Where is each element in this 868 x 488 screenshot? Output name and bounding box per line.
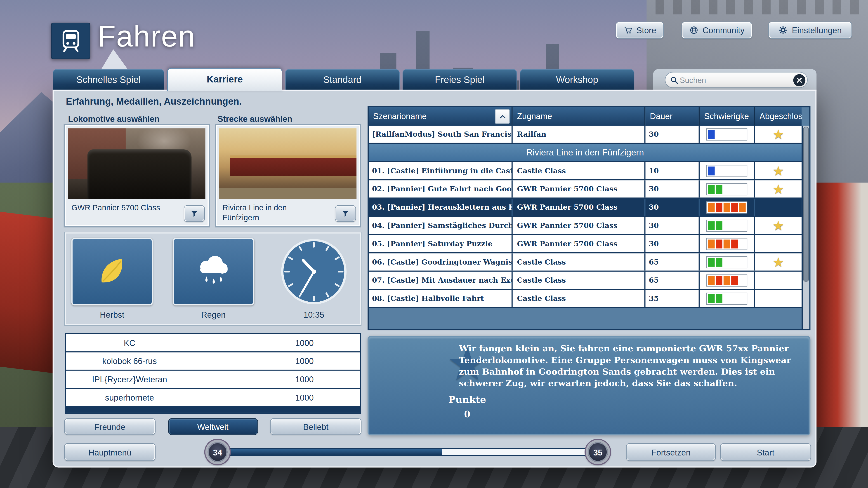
tab-bar: Schnelles SpielKarriereStandardFreies Sp…	[53, 68, 653, 91]
train-icon	[58, 28, 84, 54]
difficulty-meter	[707, 129, 747, 140]
difficulty-segment	[723, 276, 730, 285]
tab-schnelles-spiel[interactable]: Schnelles Spiel	[53, 69, 164, 91]
train-name-cell: Castle Class	[513, 271, 646, 289]
difficulty-segment	[731, 203, 738, 212]
page-title: Fahren	[97, 19, 195, 53]
column-header-label: Szenarioname	[373, 111, 427, 121]
scenario-name-cell: 03. [Pannier] Herausklettern aus Kingswe…	[369, 199, 513, 216]
duration-cell: 65	[646, 254, 700, 271]
train-name-cell: Castle Class	[513, 290, 646, 307]
scenario-row[interactable]: 08. [Castle] Halbvolle FahrtCastle Class…	[369, 290, 802, 308]
duration-cell: 10	[646, 162, 700, 180]
difficulty-segment	[708, 130, 715, 138]
scenario-name-cell: [RailfanModus] South San Francisco	[369, 126, 513, 143]
difficulty-cell	[700, 271, 755, 289]
start-button[interactable]: Start	[721, 444, 811, 460]
settings-button[interactable]: Einstellungen	[769, 22, 851, 38]
scenario-table-body: [RailfanModus] South San FranciscoRailfa…	[369, 126, 802, 329]
route-picker[interactable]: Riviera Line in den Fünfzigern	[216, 125, 360, 226]
autumn-leaf-icon	[95, 255, 129, 289]
scenario-name-cell: 05. [Pannier] Saturday Puzzle	[369, 235, 513, 252]
scenario-name-cell: 01. [Castle] Einführung in die Castle	[369, 162, 513, 180]
leaderboard-row[interactable]: superhornete1000	[66, 389, 360, 408]
route-section-header: Riviera Line in den Fünfzigern	[369, 144, 802, 162]
column-header-completed[interactable]: Abgeschlos	[755, 107, 802, 126]
scenario-row[interactable]: 02. [Pannier] Gute Fahrt nach Goodringto…	[369, 180, 802, 199]
completed-star-icon: ★	[773, 256, 783, 267]
chevron-up-icon	[498, 112, 506, 120]
leaderboard-player-name: IPL{Rycerz}Weteran	[66, 371, 193, 388]
filter-funnel-icon	[341, 209, 350, 218]
season-tile[interactable]	[71, 238, 153, 305]
difficulty-segment	[723, 258, 730, 266]
community-button[interactable]: Community	[682, 22, 752, 38]
leaderboard-score: 1000	[271, 334, 338, 351]
difficulty-meter	[707, 165, 747, 176]
loco-picker[interactable]: GWR Pannier 5700 Class	[65, 125, 209, 226]
scenario-row[interactable]: 01. [Castle] Einführung in die CastleCas…	[369, 162, 802, 181]
difficulty-segment	[723, 166, 730, 175]
weather-tile[interactable]	[173, 238, 254, 305]
column-header-train-name[interactable]: Zugname	[513, 107, 646, 126]
route-filter-button[interactable]	[336, 206, 355, 221]
difficulty-segment	[708, 166, 715, 175]
search-input[interactable]	[679, 75, 793, 85]
weltweit-button[interactable]: Weltweit	[168, 419, 257, 434]
search-area	[653, 69, 816, 91]
search-icon	[670, 75, 679, 84]
difficulty-segment	[716, 239, 722, 248]
difficulty-segment	[708, 203, 715, 212]
difficulty-segment	[708, 294, 715, 303]
store-button[interactable]: Store	[616, 22, 663, 38]
tab-standard[interactable]: Standard	[285, 69, 400, 91]
scenario-row[interactable]: 03. [Pannier] Herausklettern aus Kingswe…	[369, 199, 802, 217]
leaderboard-row[interactable]: KC1000	[66, 334, 360, 352]
leaderboard-row[interactable]: kolobok 66-rus1000	[66, 352, 360, 371]
difficulty-segment	[731, 276, 738, 285]
column-header-difficulty[interactable]: Schwierigke	[700, 107, 755, 126]
app-logo	[51, 23, 90, 59]
column-header-scenario-name[interactable]: Szenarioname	[369, 107, 513, 126]
difficulty-meter	[707, 275, 747, 286]
beliebt-button[interactable]: Beliebt	[271, 419, 361, 434]
continue-button[interactable]: Fortsetzen	[627, 444, 715, 460]
scenario-row[interactable]: 07. [Castle] Mit Ausdauer nach ExeterCas…	[369, 271, 802, 290]
difficulty-segment	[739, 185, 745, 193]
scenario-row[interactable]: 05. [Pannier] Saturday PuzzleGWR Pannier…	[369, 235, 802, 254]
globe-icon	[689, 26, 699, 35]
scenario-detail-panel: ★ Punkte 0 Wir fangen klein an, Sie fahr…	[368, 336, 810, 435]
table-scrollbar-track[interactable]	[802, 126, 809, 329]
scenario-name-cell: 06. [Castle] Goodringtoner Wagnis	[369, 254, 513, 271]
difficulty-segment	[739, 130, 745, 138]
sort-ascending-button[interactable]	[495, 109, 510, 124]
scenario-row[interactable]: [RailfanModus] South San FranciscoRailfa…	[369, 126, 802, 144]
freunde-button[interactable]: Freunde	[65, 419, 155, 434]
column-header-duration[interactable]: Dauer	[646, 107, 700, 126]
difficulty-segment	[723, 203, 730, 212]
difficulty-segment	[716, 185, 722, 193]
tab-freies-spiel[interactable]: Freies Spiel	[402, 69, 517, 91]
tab-workshop[interactable]: Workshop	[520, 69, 634, 91]
scenario-row[interactable]: 04. [Pannier] Samstägliches Durcheinande…	[369, 217, 802, 235]
scenario-name-cell: 04. [Pannier] Samstägliches Durcheinande…	[369, 217, 513, 234]
difficulty-cell	[700, 290, 755, 307]
table-scrollbar-thumb[interactable]	[803, 127, 809, 282]
difficulty-segment	[708, 221, 715, 230]
leaderboard-row[interactable]: IPL{Rycerz}Weteran1000	[66, 371, 360, 389]
filter-funnel-icon	[190, 209, 199, 218]
settings-button-label: Einstellungen	[792, 26, 842, 35]
difficulty-meter	[707, 238, 747, 249]
search-clear-button[interactable]	[793, 74, 805, 86]
difficulty-segment	[739, 294, 745, 303]
drive-dialog: Schnelles SpielKarriereStandardFreies Sp…	[53, 68, 817, 467]
time-of-day-clock[interactable]	[280, 237, 348, 306]
scenario-row[interactable]: 06. [Castle] Goodringtoner WagnisCastle …	[369, 254, 802, 272]
main-menu-button[interactable]: Hauptmenü	[65, 444, 155, 460]
completed-star-icon: ★	[773, 165, 783, 176]
loco-filter-button[interactable]	[184, 206, 204, 221]
leaderboard-scrollbar[interactable]	[66, 407, 360, 413]
duration-cell: 65	[646, 271, 700, 289]
completed-cell: ★	[755, 126, 802, 143]
tab-karriere[interactable]: Karriere	[167, 68, 282, 91]
